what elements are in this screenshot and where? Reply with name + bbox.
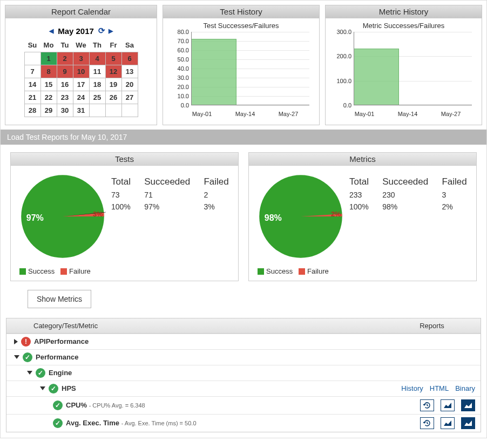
y-tick-label: 20.0 xyxy=(170,84,189,90)
link-history[interactable]: History xyxy=(401,384,423,392)
calendar-day[interactable]: 26 xyxy=(105,91,121,104)
calendar-weekday: Mo xyxy=(40,39,57,52)
y-tick-label: 60.0 xyxy=(170,47,189,53)
calendar-day[interactable]: 3 xyxy=(73,52,89,65)
x-tick-label: May-01 xyxy=(355,111,375,117)
col-succeeded: Succeeded xyxy=(144,177,191,187)
metric-history-chart: 0.0100.0200.0300.0May-01May-14May-27 xyxy=(332,31,475,117)
tests-panel: Tests 97% 3% Total Succeeded Failed 73 7… xyxy=(10,152,239,281)
history-icon[interactable] xyxy=(420,417,434,429)
calendar-day[interactable]: 10 xyxy=(73,65,89,78)
tree-header-left: Category/Test/Metric xyxy=(12,322,389,330)
collapse-icon[interactable] xyxy=(14,355,19,359)
val-fail-p: 3% xyxy=(204,202,229,211)
collapse-icon[interactable] xyxy=(27,371,32,375)
x-tick-label: May-27 xyxy=(279,111,299,117)
show-metrics-button[interactable]: Show Metrics xyxy=(28,290,91,308)
panel-title: Metrics xyxy=(249,153,476,166)
y-tick-label: 70.0 xyxy=(170,38,189,44)
calendar-day[interactable]: 25 xyxy=(89,91,105,104)
calendar-day[interactable]: 22 xyxy=(40,91,57,104)
calendar-day[interactable]: 7 xyxy=(24,65,40,78)
val-fail-n: 2 xyxy=(204,191,229,199)
tree-row-cpu: CPU% - CPU% Avg. = 6.348 xyxy=(6,396,481,414)
calendar-day[interactable]: 16 xyxy=(57,78,73,91)
metrics-pie-chart: 98% 2% xyxy=(258,173,344,260)
calendar-day[interactable]: 31 xyxy=(73,104,89,117)
calendar-day[interactable]: 29 xyxy=(40,104,57,117)
calendar-day[interactable]: 24 xyxy=(73,91,89,104)
y-tick-label: 50.0 xyxy=(170,56,189,63)
metrics-panel: Metrics 98% 2% Total Succeeded Failed 23… xyxy=(248,152,477,281)
x-tick-label: May-27 xyxy=(441,111,461,117)
val-succ-n: 230 xyxy=(382,191,429,199)
metric-history-panel: Metric History Metric Successes/Failures… xyxy=(325,5,482,125)
calendar-prev-icon[interactable]: ◀ xyxy=(49,28,53,35)
link-html[interactable]: HTML xyxy=(430,384,449,392)
chart-fill-icon[interactable] xyxy=(461,417,475,429)
val-succ-p: 98% xyxy=(382,202,429,211)
calendar-day[interactable]: 21 xyxy=(24,91,40,104)
col-succeeded: Succeeded xyxy=(382,177,429,187)
legend-failure-swatch xyxy=(299,268,305,275)
y-tick-label: 200.0 xyxy=(332,53,351,59)
results-tree: Category/Test/Metric Reports APIPerforma… xyxy=(6,318,481,432)
calendar-day[interactable]: 28 xyxy=(24,104,40,117)
collapse-icon[interactable] xyxy=(40,386,45,390)
status-pass-icon xyxy=(53,401,63,410)
calendar-month-label: May 2017 xyxy=(57,26,95,36)
y-tick-label: 100.0 xyxy=(332,78,351,84)
calendar-day[interactable]: 5 xyxy=(105,52,121,65)
calendar-day[interactable]: 15 xyxy=(40,78,57,91)
calendar-day[interactable]: 14 xyxy=(24,78,40,91)
calendar-day[interactable]: 20 xyxy=(121,78,138,91)
calendar-day[interactable]: 9 xyxy=(57,65,73,78)
tree-row-engine[interactable]: Engine xyxy=(6,365,481,381)
status-pass-icon xyxy=(53,418,63,428)
calendar-day[interactable]: 11 xyxy=(89,65,105,78)
metric-sub: - Avg. Exe. Time (ms) = 50.0 xyxy=(121,420,197,426)
calendar-day[interactable]: 13 xyxy=(121,65,138,78)
history-bar xyxy=(192,39,236,105)
calendar-day[interactable]: 6 xyxy=(121,52,138,65)
calendar-day xyxy=(24,52,40,65)
tree-row-hps[interactable]: HPS History HTML Binary xyxy=(6,381,481,396)
link-binary[interactable]: Binary xyxy=(455,384,475,392)
report-calendar-panel: Report Calendar ◀ May 2017 ⟳ ▶ SuMoTuWeT… xyxy=(5,5,157,125)
status-pass-icon xyxy=(23,352,32,362)
calendar-day[interactable]: 18 xyxy=(89,78,105,91)
calendar-day[interactable]: 17 xyxy=(73,78,89,91)
calendar-day[interactable]: 1 xyxy=(40,52,57,65)
refresh-icon[interactable]: ⟳ xyxy=(98,26,105,36)
tree-row-apiperformance[interactable]: APIPerformance xyxy=(6,334,481,349)
calendar-day[interactable]: 19 xyxy=(105,78,121,91)
calendar-day[interactable]: 30 xyxy=(57,104,73,117)
calendar-day[interactable]: 4 xyxy=(89,52,105,65)
calendar-day[interactable]: 12 xyxy=(105,65,121,78)
tests-legend: Success Failure xyxy=(11,264,238,281)
calendar-next-icon[interactable]: ▶ xyxy=(109,28,113,35)
calendar-day[interactable]: 2 xyxy=(57,52,73,65)
panel-title: Test History xyxy=(163,5,319,18)
subheader: Load Test Reports for May 10, 2017 xyxy=(1,130,486,145)
calendar-day[interactable]: 23 xyxy=(57,91,73,104)
tree-row-performance[interactable]: Performance xyxy=(6,349,481,365)
calendar-day[interactable]: 27 xyxy=(121,91,138,104)
chart-outline-icon[interactable] xyxy=(441,399,455,411)
status-pass-icon xyxy=(49,384,58,393)
status-fail-icon xyxy=(21,337,31,347)
calendar-weekday: We xyxy=(73,39,89,52)
chart-outline-icon[interactable] xyxy=(441,417,455,429)
x-tick-label: May-14 xyxy=(398,111,418,117)
row-label: Engine xyxy=(49,369,72,377)
calendar-day[interactable]: 8 xyxy=(40,65,57,78)
pie-failure-label: 3% xyxy=(93,210,103,218)
chart-fill-icon[interactable] xyxy=(461,399,475,411)
calendar-day xyxy=(89,104,105,117)
history-icon[interactable] xyxy=(420,399,434,411)
expand-icon[interactable] xyxy=(14,339,18,344)
calendar-weekday: Sa xyxy=(121,39,138,52)
col-total: Total xyxy=(111,177,131,187)
y-tick-label: 40.0 xyxy=(170,65,189,72)
row-label: APIPerformance xyxy=(34,337,89,345)
